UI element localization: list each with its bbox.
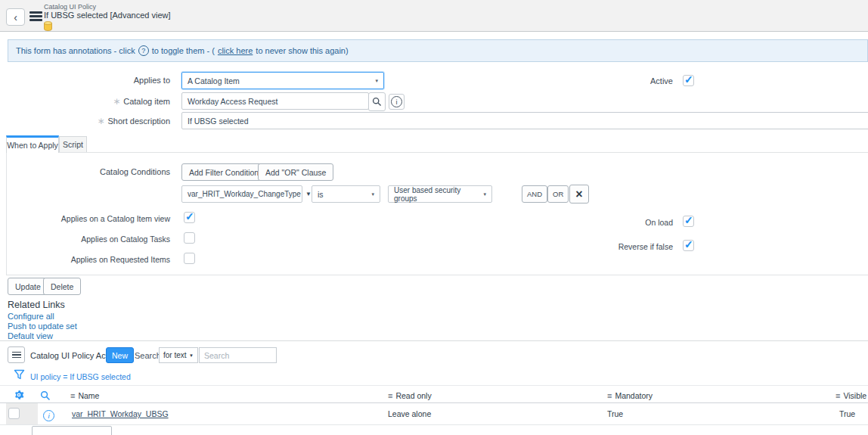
- column-header-mandatory[interactable]: ≡Mandatory: [607, 391, 653, 400]
- catalog-conditions-label: Catalog Conditions: [8, 167, 170, 176]
- column-header-read-only[interactable]: ≡Read only: [388, 391, 432, 400]
- condition-and-button[interactable]: AND: [522, 185, 547, 203]
- back-button[interactable]: ‹: [6, 8, 25, 26]
- annotation-text-before: This form has annotations - click: [16, 46, 135, 55]
- applies-on-catalog-tasks-checkbox[interactable]: [184, 232, 195, 244]
- tab-script[interactable]: Script: [59, 136, 87, 152]
- add-or-clause-button[interactable]: Add "OR" Clause: [258, 163, 333, 181]
- column-menu-icon: ≡: [70, 391, 75, 400]
- chevron-down-icon: ▼: [305, 191, 312, 197]
- mandatory-icon: ∗: [113, 96, 120, 107]
- row-info-icon[interactable]: i: [43, 408, 54, 421]
- condition-operator-select[interactable]: is ▾: [312, 185, 380, 203]
- row-read-only-value: Leave alone: [388, 409, 431, 418]
- delete-button[interactable]: Delete: [43, 278, 81, 295]
- update-button[interactable]: Update: [8, 278, 48, 295]
- row-border: [0, 424, 868, 425]
- row-name-link[interactable]: var_HRIT_Workday_UBSG: [72, 409, 169, 418]
- applies-on-catalog-tasks-label: Applies on Catalog Tasks: [8, 235, 170, 244]
- search-type-value: for text: [163, 351, 187, 359]
- row-mandatory-value: True: [607, 409, 623, 418]
- condition-field-value: var_HRIT_Workday_ChangeType: [188, 190, 301, 198]
- condition-operator-value: is: [318, 190, 324, 199]
- related-link-default-view[interactable]: Default view: [8, 331, 53, 340]
- tab-when-to-apply[interactable]: When to Apply: [6, 135, 59, 153]
- chevron-down-icon: ▾: [375, 78, 378, 84]
- catalog-item-lookup-button[interactable]: [368, 92, 386, 111]
- gear-icon[interactable]: [14, 390, 24, 403]
- back-icon: ‹: [14, 11, 17, 23]
- active-checkbox[interactable]: [683, 75, 694, 86]
- section-divider: [0, 340, 868, 341]
- active-label: Active: [620, 76, 673, 85]
- close-icon: ×: [575, 188, 582, 201]
- reverse-if-false-checkbox[interactable]: [683, 240, 694, 251]
- applies-to-select[interactable]: A Catalog Item ▾: [181, 72, 384, 89]
- column-menu-icon: ≡: [835, 391, 840, 400]
- row-visible-value: True: [839, 409, 855, 418]
- related-link-configure-all[interactable]: Configure all: [8, 312, 54, 321]
- catalog-item-preview-button[interactable]: i: [389, 94, 405, 110]
- column-menu-icon: ≡: [607, 391, 612, 400]
- condition-or-button[interactable]: OR: [547, 185, 569, 203]
- on-load-checkbox[interactable]: [683, 216, 694, 227]
- never-show-again-link[interactable]: click here: [218, 46, 253, 55]
- question-icon[interactable]: ?: [138, 45, 149, 56]
- condition-field-select[interactable]: var_HRIT_Workday_ChangeType ▼: [181, 185, 302, 203]
- applies-on-catalog-item-view-label: Applies on a Catalog Item view: [8, 214, 170, 223]
- column-header-visible[interactable]: ≡Visible: [835, 391, 866, 400]
- short-description-input[interactable]: If UBSG selected: [181, 112, 868, 129]
- table-header-border: [0, 402, 868, 403]
- catalog-item-input[interactable]: Workday Access Request: [181, 92, 369, 110]
- list-header-divider: [0, 385, 868, 386]
- row-select-checkbox[interactable]: [8, 408, 20, 419]
- list-search-input[interactable]: [199, 347, 277, 363]
- annotation-banner: This form has annotations - click ? to t…: [8, 39, 868, 62]
- short-description-value: If UBSG selected: [188, 117, 249, 126]
- add-filter-condition-button[interactable]: Add Filter Condition: [181, 163, 266, 181]
- related-links-title: Related Links: [8, 300, 65, 310]
- applies-on-requested-items-label: Applies on Requested Items: [8, 255, 170, 264]
- info-icon: i: [391, 96, 402, 107]
- applies-on-catalog-item-view-checkbox[interactable]: [184, 212, 195, 223]
- applies-to-value: A Catalog Item: [188, 76, 240, 85]
- actions-on-selected-rows-select[interactable]: [32, 426, 112, 435]
- update-set-icon: [44, 20, 52, 34]
- related-link-push-to-update-set[interactable]: Push to update set: [8, 322, 77, 331]
- annotation-text-after: to never show this again): [256, 46, 348, 55]
- chevron-down-icon: ▼: [189, 353, 194, 358]
- record-type-label: Catalog UI Policy: [44, 3, 96, 11]
- applies-on-requested-items-checkbox[interactable]: [184, 253, 195, 264]
- column-header-name[interactable]: ≡Name: [70, 391, 99, 400]
- search-icon: [372, 97, 382, 107]
- chevron-down-icon: ▾: [483, 191, 486, 197]
- new-button[interactable]: New: [106, 347, 134, 363]
- form-header-bar: ‹ Catalog UI Policy If UBSG selected [Ad…: [0, 0, 868, 32]
- reverse-if-false-label: Reverse if false: [597, 242, 673, 251]
- condition-delete-button[interactable]: ×: [569, 185, 589, 204]
- catalog-item-label: ∗Catalog item: [8, 96, 170, 107]
- list-filter-breadcrumb[interactable]: UI policy = If UBSG selected: [30, 372, 131, 381]
- list-context-menu-icon[interactable]: [8, 346, 25, 363]
- search-type-select[interactable]: for text ▼: [159, 347, 198, 363]
- condition-value: User based security groups: [394, 186, 479, 203]
- short-description-label: ∗Short description: [8, 116, 170, 126]
- condition-value-select[interactable]: User based security groups ▾: [388, 185, 492, 203]
- filter-icon[interactable]: [14, 369, 25, 384]
- chevron-down-icon: ▾: [371, 191, 374, 197]
- applies-to-label: Applies to: [8, 76, 170, 85]
- form-context-menu-icon[interactable]: [29, 11, 42, 21]
- annotation-text-middle: to toggle them - (: [152, 46, 215, 55]
- on-load-label: On load: [597, 218, 673, 227]
- catalog-item-value: Workday Access Request: [188, 97, 277, 106]
- page-title: If UBSG selected [Advanced view]: [44, 11, 171, 20]
- column-menu-icon: ≡: [388, 391, 392, 400]
- mandatory-icon: ∗: [97, 116, 104, 126]
- list-search-label: Search: [135, 351, 161, 360]
- catalog-ui-policy-screen: ‹ Catalog UI Policy If UBSG selected [Ad…: [0, 0, 868, 435]
